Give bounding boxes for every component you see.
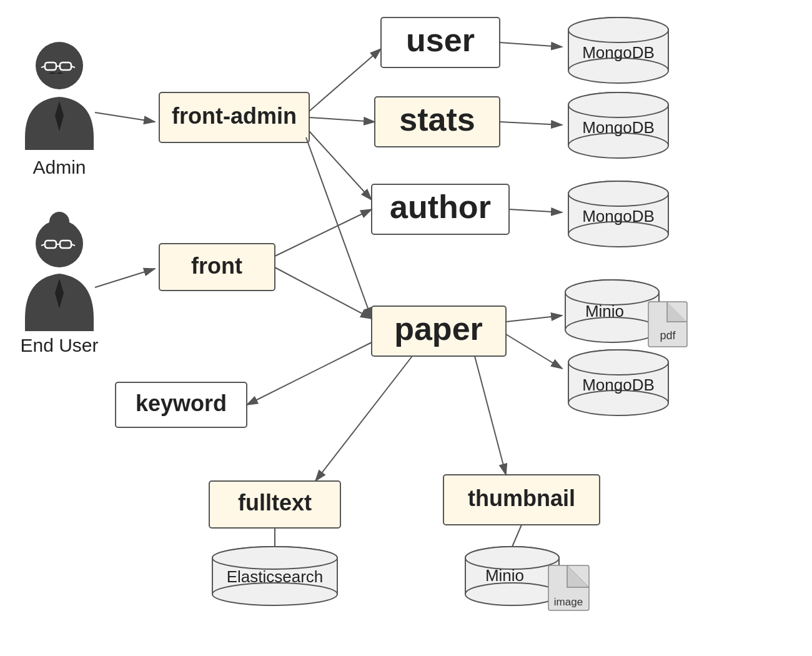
paper-to-mongodb4-arrow bbox=[506, 334, 562, 369]
svg-point-44 bbox=[568, 390, 668, 415]
paper-to-fulltext-arrow bbox=[315, 356, 412, 481]
enduser-label: End User bbox=[20, 335, 98, 355]
frontadmin-to-user-arrow bbox=[309, 49, 381, 111]
svg-point-8 bbox=[49, 212, 69, 232]
svg-point-31 bbox=[568, 222, 668, 247]
author-to-mongodb3-arrow bbox=[509, 209, 562, 212]
elasticsearch-label: Elasticsearch bbox=[227, 567, 324, 586]
mongodb4-cylinder: MongoDB bbox=[568, 350, 668, 415]
frontadmin-to-author-arrow bbox=[309, 131, 372, 200]
keyword-label: keyword bbox=[136, 390, 227, 416]
pdf-label: pdf bbox=[660, 329, 676, 342]
mongodb1-label: MongoDB bbox=[582, 43, 655, 62]
image-label: image bbox=[554, 596, 583, 608]
stats-to-mongodb2-arrow bbox=[500, 122, 562, 125]
svg-point-32 bbox=[568, 181, 668, 206]
paper-to-thumbnail-arrow bbox=[475, 356, 506, 475]
front-admin-label: front-admin bbox=[172, 103, 297, 129]
author-label: author bbox=[390, 189, 491, 225]
minio-pdf-cylinder: Minio pdf bbox=[565, 280, 687, 347]
enduser-to-front-arrow bbox=[95, 269, 155, 287]
fulltext-label: fulltext bbox=[238, 490, 312, 515]
mongodb4-label: MongoDB bbox=[582, 375, 655, 394]
frontadmin-to-stats-arrow bbox=[309, 117, 375, 122]
front-to-author-arrow bbox=[275, 209, 372, 256]
front-to-paper-arrow bbox=[275, 267, 372, 319]
minio-image-cylinder: Minio image bbox=[465, 547, 589, 610]
admin-label: Admin bbox=[32, 157, 86, 177]
svg-point-50 bbox=[212, 583, 337, 605]
architecture-diagram: Admin End User front-admin front user st… bbox=[0, 0, 812, 656]
svg-point-26 bbox=[568, 92, 668, 117]
svg-point-37 bbox=[565, 317, 659, 342]
user-to-mongodb1-arrow bbox=[500, 42, 562, 47]
thumbnail-label: thumbnail bbox=[468, 485, 575, 511]
front-label: front bbox=[191, 253, 242, 279]
svg-point-25 bbox=[568, 133, 668, 158]
admin-to-frontadmin-arrow bbox=[95, 112, 155, 122]
paper-to-minio-arrow bbox=[506, 316, 562, 322]
user-label: user bbox=[406, 22, 475, 58]
paper-to-keyword-arrow bbox=[247, 342, 372, 405]
minio-pdf-label: Minio bbox=[585, 302, 624, 321]
minio-image-label: Minio bbox=[485, 566, 524, 585]
elasticsearch-cylinder: Elasticsearch bbox=[212, 547, 337, 605]
mongodb3-cylinder: MongoDB bbox=[568, 181, 668, 247]
paper-label: paper bbox=[394, 311, 483, 347]
svg-point-45 bbox=[568, 350, 668, 375]
mongodb1-cylinder: MongoDB bbox=[568, 17, 668, 83]
svg-point-19 bbox=[568, 58, 668, 83]
thumbnail-to-minio-line bbox=[512, 525, 522, 547]
svg-point-51 bbox=[212, 547, 337, 569]
stats-label: stats bbox=[399, 101, 475, 137]
svg-point-20 bbox=[568, 17, 668, 42]
mongodb3-label: MongoDB bbox=[582, 207, 655, 226]
mongodb2-cylinder: MongoDB bbox=[568, 92, 668, 158]
mongodb2-label: MongoDB bbox=[582, 118, 655, 137]
svg-point-56 bbox=[465, 583, 559, 605]
